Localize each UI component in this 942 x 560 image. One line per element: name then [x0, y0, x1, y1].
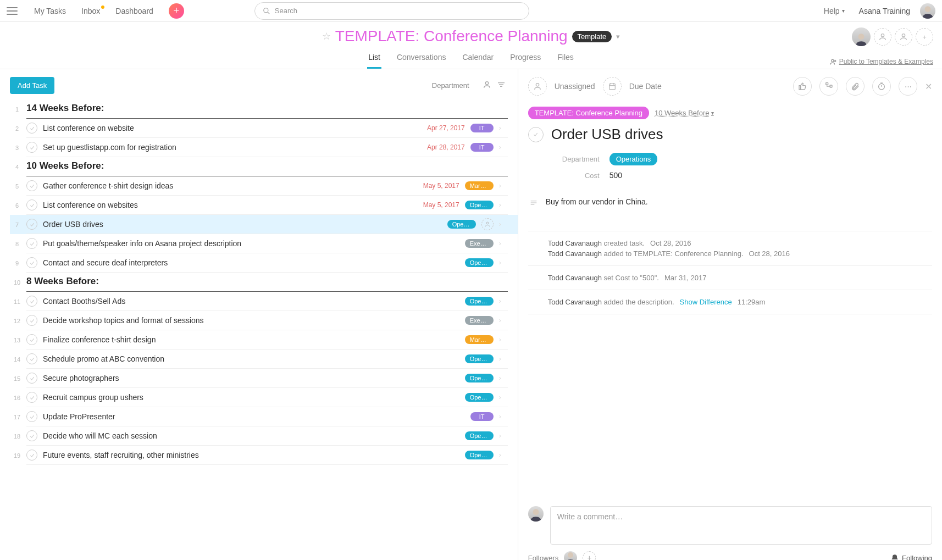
complete-task-button[interactable]	[528, 127, 544, 142]
task-name[interactable]: List conference on website	[43, 124, 422, 132]
task-row[interactable]: 13Finalize conference t-shirt designMark…	[10, 330, 518, 350]
task-description[interactable]: Buy from our vendor in China.	[546, 197, 648, 209]
task-title[interactable]: Order USB drives	[551, 126, 663, 143]
assignee-label[interactable]: Unassigned	[555, 82, 595, 91]
workspace-name[interactable]: Asana Training	[859, 7, 910, 15]
nav-inbox[interactable]: Inbox	[76, 7, 106, 15]
follower-avatar[interactable]	[564, 551, 577, 560]
task-name[interactable]: List conference on websites	[43, 201, 418, 209]
task-name[interactable]: Future events, staff recruiting, other m…	[43, 451, 459, 459]
add-member-button[interactable]: +	[916, 28, 933, 46]
task-row[interactable]: 17Update ProPresenterIT›	[10, 407, 518, 426]
tab-files[interactable]: Files	[556, 49, 575, 69]
add-follower-button[interactable]: +	[583, 551, 596, 560]
section-title[interactable]: 14 Weeks Before:	[26, 103, 104, 114]
due-date-label[interactable]: Due Date	[629, 82, 662, 91]
complete-checkbox[interactable]	[26, 296, 37, 307]
task-tag[interactable]: Mark…	[465, 335, 494, 344]
task-row[interactable]: 5Gather conference t-shirt design ideasM…	[10, 176, 518, 196]
field-value-cost[interactable]: 500	[609, 171, 622, 180]
task-tag[interactable]: Oper…	[465, 431, 494, 440]
task-tag[interactable]: Exec…	[465, 316, 494, 325]
task-row[interactable]: 6List conference on websitesMay 5, 2017O…	[10, 196, 518, 215]
complete-checkbox[interactable]	[26, 430, 37, 441]
task-tag[interactable]: Oper…	[465, 451, 494, 459]
complete-checkbox[interactable]	[26, 334, 37, 345]
task-name[interactable]: Gather conference t-shirt design ideas	[43, 181, 418, 190]
task-name[interactable]: Finalize conference t-shirt design	[43, 335, 459, 344]
task-name[interactable]: Order USB drives	[43, 220, 442, 229]
add-task-button[interactable]: Add Task	[10, 77, 54, 94]
project-title[interactable]: TEMPLATE: Conference Planning	[335, 27, 568, 45]
task-row[interactable]: 3Set up guestlistapp.com for registratio…	[10, 138, 518, 157]
complete-checkbox[interactable]	[26, 257, 37, 268]
task-tag[interactable]: IT	[470, 412, 494, 421]
assignee-button[interactable]	[528, 77, 547, 96]
task-name[interactable]: Put goals/theme/speaker info on Asana pr…	[43, 239, 459, 248]
task-row[interactable]: 16Recruit campus group ushersOper…›	[10, 388, 518, 407]
star-icon[interactable]: ☆	[322, 30, 331, 42]
task-name[interactable]: Decide workshop topics and format of ses…	[43, 316, 459, 325]
task-row[interactable]: 11Contact Booths/Sell AdsOper…›	[10, 292, 518, 311]
complete-checkbox[interactable]	[26, 411, 37, 422]
task-row[interactable]: 19Future events, staff recruiting, other…	[10, 446, 518, 465]
task-tag[interactable]: IT	[470, 143, 494, 152]
task-row[interactable]: 15Secure photographersOper…›	[10, 369, 518, 388]
filter-icon[interactable]	[497, 80, 506, 91]
attachment-button[interactable]	[846, 77, 865, 96]
section-link[interactable]: 10 Weeks Before ▾	[655, 109, 714, 117]
global-add-button[interactable]: +	[169, 3, 184, 19]
task-tag[interactable]: Oper…	[465, 297, 494, 306]
task-tag[interactable]: Mark…	[465, 181, 494, 190]
task-tag[interactable]: Exec…	[465, 239, 494, 248]
tab-list[interactable]: List	[367, 49, 381, 69]
assignee-placeholder[interactable]	[481, 218, 494, 230]
menu-icon[interactable]	[7, 7, 18, 15]
complete-checkbox[interactable]	[26, 450, 37, 461]
section-row[interactable]: 108 Weeks Before:	[10, 273, 518, 292]
task-tag[interactable]: Oper…	[447, 220, 476, 229]
task-row[interactable]: 14Schedule promo at ABC conventionOper…›	[10, 350, 518, 369]
subtask-button[interactable]	[819, 77, 838, 96]
complete-checkbox[interactable]	[26, 392, 37, 403]
member-placeholder[interactable]	[874, 28, 891, 46]
task-name[interactable]: Recruit campus group ushers	[43, 393, 459, 402]
nav-dashboard[interactable]: Dashboard	[110, 7, 159, 15]
task-row[interactable]: 7Order USB drivesOper…›	[10, 215, 518, 234]
close-detail-button[interactable]: ✕	[925, 81, 932, 92]
comment-input[interactable]: Write a comment…	[550, 506, 932, 545]
task-row[interactable]: 18Decide who will MC each sessionOper…›	[10, 426, 518, 446]
section-title[interactable]: 10 Weeks Before:	[26, 160, 104, 171]
user-avatar[interactable]	[920, 3, 935, 19]
show-difference-link[interactable]: Show Difference	[680, 298, 732, 306]
complete-checkbox[interactable]	[26, 142, 37, 153]
task-row[interactable]: 2List conference on websiteApr 27, 2017I…	[10, 119, 518, 138]
tab-progress[interactable]: Progress	[509, 49, 542, 69]
task-name[interactable]: Update ProPresenter	[43, 412, 465, 421]
task-tag[interactable]: IT	[470, 124, 494, 132]
due-date-button[interactable]	[603, 77, 622, 96]
task-row[interactable]: 8Put goals/theme/speaker info on Asana p…	[10, 234, 518, 253]
member-avatar[interactable]	[852, 27, 871, 46]
more-actions-button[interactable]: ⋯	[899, 77, 917, 96]
search-input[interactable]: Search	[254, 2, 529, 20]
member-placeholder[interactable]	[895, 28, 912, 46]
complete-checkbox[interactable]	[26, 219, 37, 230]
complete-checkbox[interactable]	[26, 315, 37, 326]
following-toggle[interactable]: Following	[891, 554, 932, 561]
tab-conversations[interactable]: Conversations	[396, 49, 447, 69]
timer-button[interactable]	[872, 77, 891, 96]
complete-checkbox[interactable]	[26, 238, 37, 249]
task-tag[interactable]: Oper…	[465, 374, 494, 382]
task-name[interactable]: Contact Booths/Sell Ads	[43, 297, 459, 306]
task-list[interactable]: 114 Weeks Before:2List conference on web…	[10, 99, 518, 560]
section-row[interactable]: 114 Weeks Before:	[10, 99, 518, 119]
complete-checkbox[interactable]	[26, 123, 37, 134]
task-name[interactable]: Contact and secure deaf interpreters	[43, 258, 459, 267]
task-tag[interactable]: Oper…	[465, 354, 494, 363]
nav-my-tasks[interactable]: My Tasks	[29, 7, 71, 15]
task-tag[interactable]: Oper…	[465, 258, 494, 267]
tab-calendar[interactable]: Calendar	[461, 49, 495, 69]
like-button[interactable]	[793, 77, 812, 96]
person-filter-icon[interactable]	[483, 80, 491, 91]
